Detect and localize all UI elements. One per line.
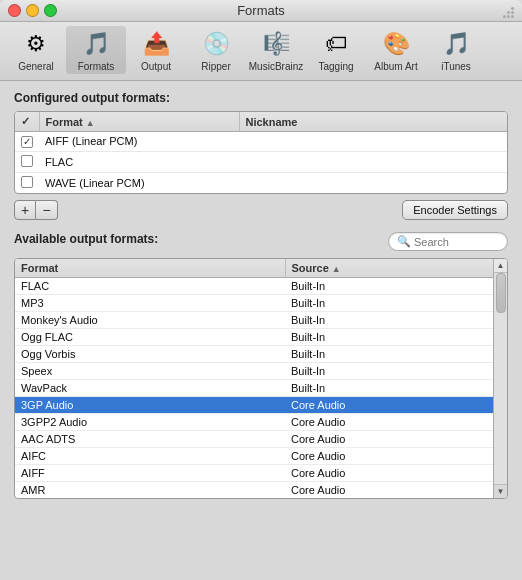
toolbar-item-general[interactable]: ⚙ General — [6, 26, 66, 74]
avail-col-source[interactable]: Source ▲ — [285, 259, 493, 278]
avail-row-source: Built-In — [285, 362, 493, 379]
list-item[interactable]: WavPack Built-In — [15, 379, 493, 396]
album-art-icon: 🎨 — [380, 28, 412, 60]
list-item[interactable]: AAC ADTS Core Audio — [15, 430, 493, 447]
window-controls — [8, 4, 57, 17]
checkbox-AIFF (Linear PCM)[interactable] — [21, 136, 33, 148]
musicbrainz-icon: 🎼 — [260, 28, 292, 60]
avail-row-source: Built-In — [285, 294, 493, 311]
available-formats-table: Format Source ▲ FLAC Built-In MP3 Built-… — [14, 258, 508, 499]
encoder-settings-button[interactable]: Encoder Settings — [402, 200, 508, 220]
add-remove-group: + − — [14, 200, 58, 220]
avail-col-format[interactable]: Format — [15, 259, 285, 278]
avail-row-format: AIFF — [15, 464, 285, 481]
checkbox-FLAC[interactable] — [21, 155, 33, 167]
avail-row-format: AMR — [15, 481, 285, 498]
row-nickname — [239, 151, 507, 172]
row-checkbox[interactable] — [15, 151, 39, 172]
toolbar-item-itunes[interactable]: 🎵 iTunes — [426, 26, 486, 74]
row-checkbox[interactable] — [15, 172, 39, 193]
scroll-down-button[interactable]: ▼ — [494, 484, 508, 498]
table-row: FLAC — [15, 151, 507, 172]
toolbar-item-musicbrainz[interactable]: 🎼 MusicBrainz — [246, 26, 306, 74]
avail-row-source: Core Audio — [285, 447, 493, 464]
list-item[interactable]: AIFC Core Audio — [15, 447, 493, 464]
config-col-format[interactable]: Format ▲ — [39, 112, 239, 132]
list-item[interactable]: MP3 Built-In — [15, 294, 493, 311]
scrollbar: ▲ ▼ — [493, 259, 507, 498]
row-format: FLAC — [39, 151, 239, 172]
list-item[interactable]: AIFF Core Audio — [15, 464, 493, 481]
minimize-button[interactable] — [26, 4, 39, 17]
avail-row-format: 3GP Audio — [15, 396, 285, 413]
available-section-header: Available output formats: 🔍 — [14, 232, 508, 252]
config-table-header-row: ✓ Format ▲ Nickname — [15, 112, 507, 132]
ripper-icon: 💿 — [200, 28, 232, 60]
checkbox-WAVE (Linear PCM)[interactable] — [21, 176, 33, 188]
list-item[interactable]: FLAC Built-In — [15, 277, 493, 294]
avail-row-format: MP3 — [15, 294, 285, 311]
output-label: Output — [141, 61, 171, 72]
scroll-track — [494, 273, 508, 484]
output-icon: 📤 — [140, 28, 172, 60]
toolbar-item-formats[interactable]: 🎵 Formats — [66, 26, 126, 74]
configured-formats-table: ✓ Format ▲ Nickname AIFF (Linear PCM) FL… — [14, 111, 508, 194]
list-item[interactable]: AMR Core Audio — [15, 481, 493, 498]
toolbar-item-tagging[interactable]: 🏷 Tagging — [306, 26, 366, 74]
scroll-up-button[interactable]: ▲ — [494, 259, 508, 273]
avail-row-source: Built-In — [285, 277, 493, 294]
main-content: Configured output formats: ✓ Format ▲ Ni… — [0, 81, 522, 509]
close-button[interactable] — [8, 4, 21, 17]
add-format-button[interactable]: + — [14, 200, 36, 220]
list-item[interactable]: 3GP Audio Core Audio — [15, 396, 493, 413]
row-nickname — [239, 172, 507, 193]
scroll-thumb[interactable] — [496, 273, 506, 313]
avail-row-source: Core Audio — [285, 396, 493, 413]
list-item[interactable]: 3GPP2 Audio Core Audio — [15, 413, 493, 430]
avail-row-format: AAC ADTS — [15, 430, 285, 447]
avail-row-source: Core Audio — [285, 413, 493, 430]
formats-label: Formats — [78, 61, 115, 72]
row-checkbox[interactable] — [15, 132, 39, 152]
toolbar-item-output[interactable]: 📤 Output — [126, 26, 186, 74]
row-nickname — [239, 132, 507, 152]
itunes-label: iTunes — [441, 61, 471, 72]
formats-icon: 🎵 — [80, 28, 112, 60]
avail-row-format: WavPack — [15, 379, 285, 396]
avail-row-format: 3GPP2 Audio — [15, 413, 285, 430]
avail-row-format: FLAC — [15, 277, 285, 294]
ripper-label: Ripper — [201, 61, 230, 72]
config-controls: + − Encoder Settings — [14, 200, 508, 220]
avail-row-source: Core Audio — [285, 464, 493, 481]
avail-row-source: Core Audio — [285, 481, 493, 498]
avail-row-format: Monkey's Audio — [15, 311, 285, 328]
list-item[interactable]: Speex Built-In — [15, 362, 493, 379]
search-input[interactable] — [414, 236, 494, 248]
general-icon: ⚙ — [20, 28, 52, 60]
avail-row-format: Speex — [15, 362, 285, 379]
resize-control — [500, 4, 514, 18]
remove-format-button[interactable]: − — [36, 200, 58, 220]
avail-table-header-row: Format Source ▲ — [15, 259, 493, 278]
toolbar-item-album-art[interactable]: 🎨 Album Art — [366, 26, 426, 74]
row-format: AIFF (Linear PCM) — [39, 132, 239, 152]
maximize-button[interactable] — [44, 4, 57, 17]
avail-row-source: Built-In — [285, 345, 493, 362]
search-box[interactable]: 🔍 — [388, 232, 508, 251]
list-item[interactable]: Ogg Vorbis Built-In — [15, 345, 493, 362]
tagging-label: Tagging — [318, 61, 353, 72]
general-label: General — [18, 61, 54, 72]
musicbrainz-label: MusicBrainz — [249, 61, 303, 72]
avail-row-source: Built-In — [285, 379, 493, 396]
configured-section-label: Configured output formats: — [14, 91, 508, 105]
title-bar: Formats — [0, 0, 522, 22]
config-col-nickname[interactable]: Nickname — [239, 112, 507, 132]
avail-row-format: Ogg Vorbis — [15, 345, 285, 362]
toolbar-item-ripper[interactable]: 💿 Ripper — [186, 26, 246, 74]
avail-row-source: Built-In — [285, 328, 493, 345]
list-item[interactable]: Monkey's Audio Built-In — [15, 311, 493, 328]
itunes-icon: 🎵 — [440, 28, 472, 60]
list-item[interactable]: Ogg FLAC Built-In — [15, 328, 493, 345]
avail-row-source: Built-In — [285, 311, 493, 328]
config-col-check[interactable]: ✓ — [15, 112, 39, 132]
